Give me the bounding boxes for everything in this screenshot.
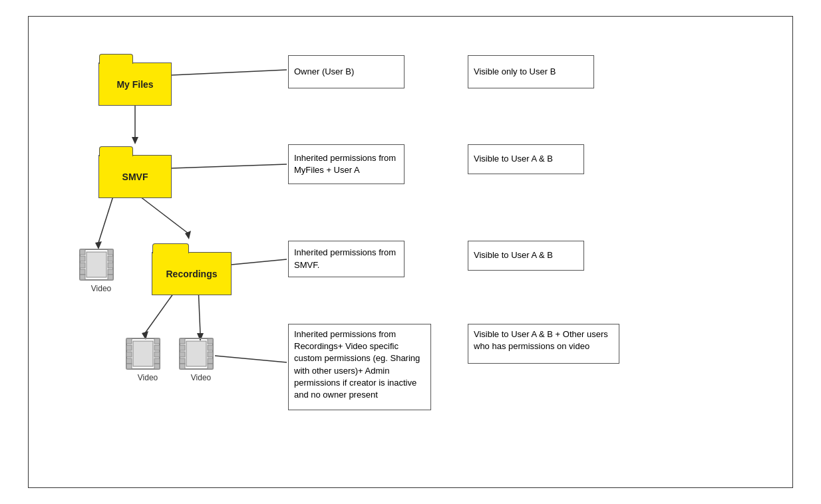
svg-rect-32	[154, 338, 160, 344]
svg-rect-28	[126, 345, 132, 350]
svg-rect-27	[126, 338, 132, 344]
svg-rect-30	[126, 358, 132, 364]
svg-line-12	[232, 259, 287, 265]
folder-myfiles: My Files	[98, 63, 172, 106]
vis-box-4: Visible to User A & B + Other users who …	[468, 324, 619, 364]
svg-rect-44	[208, 338, 213, 344]
svg-rect-34	[154, 352, 160, 357]
svg-rect-37	[133, 341, 153, 366]
vis-box-2: Visible to User A & B	[468, 144, 584, 174]
svg-rect-46	[208, 352, 213, 357]
svg-marker-5	[185, 231, 191, 239]
svg-rect-48	[208, 364, 213, 369]
svg-rect-29	[126, 352, 132, 357]
svg-rect-15	[80, 249, 85, 255]
svg-rect-18	[80, 269, 85, 275]
svg-rect-25	[86, 252, 106, 277]
vis-box-3: Visible to User A & B	[468, 241, 584, 271]
film-label-video-bl: Video	[130, 373, 166, 382]
diagram-container: My Files SMVF Recordings Video	[28, 16, 793, 488]
film-strip-video-br	[178, 337, 214, 370]
svg-marker-1	[132, 137, 138, 144]
info-box-owner: Owner (User B)	[288, 55, 405, 88]
svg-rect-39	[180, 338, 185, 344]
svg-rect-22	[108, 263, 113, 268]
svg-rect-42	[180, 358, 185, 364]
svg-rect-17	[80, 263, 85, 268]
svg-rect-23	[108, 269, 113, 275]
svg-rect-16	[80, 256, 85, 261]
folder-smvf: SMVF	[98, 155, 172, 198]
svg-rect-41	[180, 352, 185, 357]
film-label-video-top: Video	[83, 284, 119, 293]
info-box-smvf-text: Inherited permissions from SMVF.	[294, 247, 399, 271]
vis-box-1-text: Visible only to User B	[474, 66, 556, 78]
info-box-smvf-inherit: Inherited permissions from SMVF.	[288, 241, 405, 277]
vis-box-1: Visible only to User B	[468, 55, 594, 88]
svg-rect-45	[208, 345, 213, 350]
svg-rect-31	[126, 364, 132, 369]
svg-line-13	[215, 356, 287, 362]
svg-rect-47	[208, 358, 213, 364]
vis-box-4-text: Visible to User A & B + Other users who …	[474, 329, 608, 351]
svg-rect-33	[154, 345, 160, 350]
info-box-myfiles-inherit: Inherited permissions from MyFiles + Use…	[288, 144, 405, 184]
svg-rect-49	[186, 341, 206, 366]
svg-rect-35	[154, 358, 160, 364]
svg-rect-24	[108, 275, 113, 280]
folder-recordings: Recordings	[152, 252, 232, 295]
info-box-myfiles-text: Inherited permissions from MyFiles + Use…	[294, 152, 399, 176]
film-label-video-br: Video	[183, 373, 219, 382]
svg-line-11	[172, 164, 287, 168]
svg-rect-40	[180, 345, 185, 350]
svg-rect-36	[154, 364, 160, 369]
info-box-recordings-inherit: Inherited permissions from Recordings+ V…	[288, 324, 431, 410]
folder-myfiles-label: My Files	[99, 79, 171, 90]
film-strip-video-top	[79, 248, 114, 281]
svg-rect-43	[180, 364, 185, 369]
info-box-owner-text: Owner (User B)	[294, 66, 354, 78]
info-box-recordings-text: Inherited permissions from Recordings+ V…	[294, 329, 420, 400]
folder-smvf-label: SMVF	[99, 172, 171, 182]
folder-recordings-label: Recordings	[152, 269, 231, 279]
vis-box-3-text: Visible to User A & B	[474, 249, 553, 261]
vis-box-2-text: Visible to User A & B	[474, 153, 553, 165]
film-strip-video-bl	[125, 337, 161, 370]
svg-rect-19	[80, 275, 85, 280]
svg-rect-20	[108, 249, 113, 255]
svg-line-10	[172, 70, 287, 75]
svg-rect-21	[108, 256, 113, 261]
